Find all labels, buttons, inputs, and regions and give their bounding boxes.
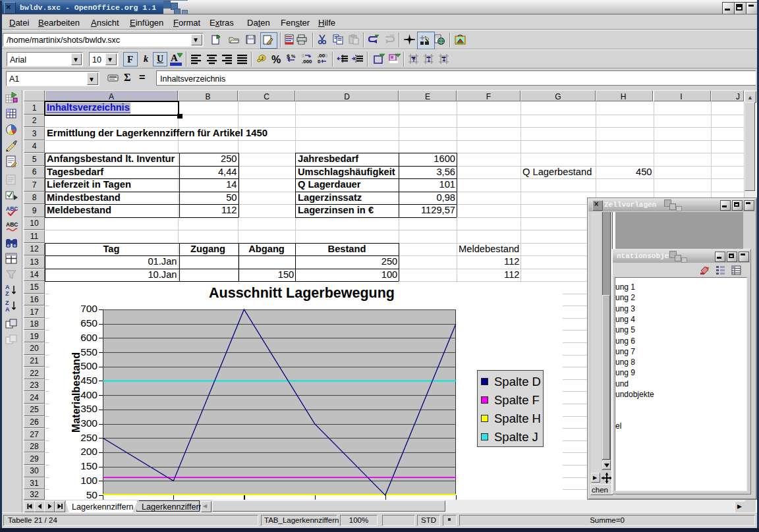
svg-text:Z: Z xyxy=(5,290,9,297)
svg-text:ABC: ABC xyxy=(6,205,18,212)
svg-text:.000: .000 xyxy=(302,59,312,65)
svg-text:J: J xyxy=(261,55,264,61)
svg-text:%: % xyxy=(291,54,296,59)
svg-text:A: A xyxy=(5,306,10,313)
svg-text:0: 0 xyxy=(325,53,327,58)
svg-text:ABC: ABC xyxy=(6,221,18,228)
svg-text:A: A xyxy=(5,284,10,290)
svg-text:.00: .00 xyxy=(318,53,325,59)
svg-text:0: 0 xyxy=(318,59,321,65)
svg-text:Z: Z xyxy=(5,300,9,306)
svg-text:0: 0 xyxy=(302,53,304,58)
svg-text:Materialbestand: Materialbestand xyxy=(70,352,82,433)
